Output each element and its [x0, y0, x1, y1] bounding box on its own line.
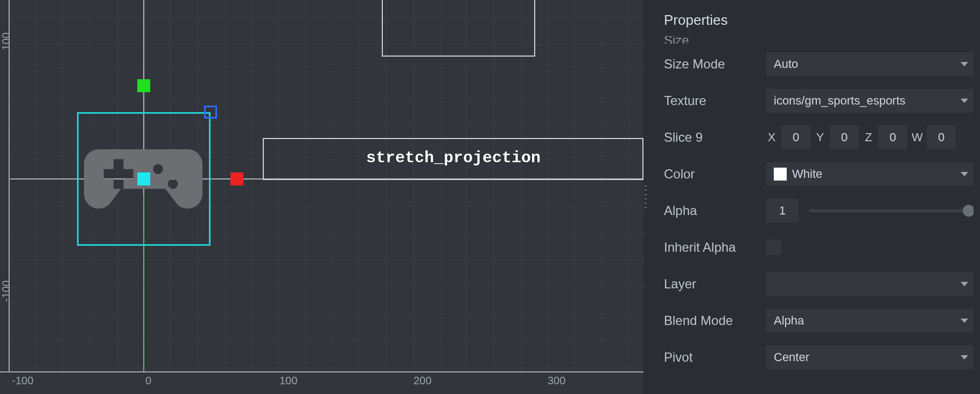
row-slice9: Slice 9 X 0 Y 0 Z 0 W 0 — [664, 119, 974, 156]
axis-label-y: Y — [815, 130, 825, 144]
translate-handle-x[interactable] — [230, 172, 243, 185]
slice9-x-input[interactable]: 0 — [781, 126, 810, 149]
row-size-partial: Size — [664, 36, 974, 44]
label-alpha: Alpha — [664, 203, 766, 218]
chevron-down-icon — [961, 99, 968, 103]
color-swatch — [774, 168, 787, 181]
label-layer: Layer — [664, 277, 766, 292]
slice9-w-input[interactable]: 0 — [927, 126, 956, 149]
row-pivot: Pivot Center — [664, 339, 974, 376]
ruler-vertical: 100 -100 — [0, 0, 10, 371]
chevron-down-icon — [961, 282, 968, 286]
panel-splitter[interactable] — [643, 0, 648, 394]
ruler-horizontal: -100 0 100 200 300 — [0, 371, 643, 394]
properties-panel: Properties Size Size Mode Auto Texture — [648, 0, 980, 394]
ruler-tick: 100 — [279, 372, 297, 387]
axis-label-w: W — [912, 130, 922, 144]
label-slice9: Slice 9 — [664, 130, 766, 145]
editor-canvas[interactable]: stretch_projection 100 -100 -100 0 100 2… — [0, 0, 643, 394]
row-size-mode: Size Mode Auto — [664, 46, 974, 82]
ruler-tick: -100 — [12, 372, 33, 387]
ruler-tick: 100 — [0, 32, 12, 50]
label-inherit-alpha: Inherit Alpha — [664, 240, 766, 255]
axis-label-x: X — [766, 130, 777, 144]
chevron-down-icon — [961, 319, 968, 323]
label-blend-mode: Blend Mode — [664, 313, 766, 328]
node-outline-top[interactable] — [382, 0, 535, 57]
slice9-z-input[interactable]: 0 — [878, 126, 907, 149]
chevron-down-icon — [961, 172, 968, 176]
translate-handle-y[interactable] — [137, 79, 150, 92]
translate-handle-xy[interactable] — [137, 172, 150, 185]
slice9-y-input[interactable]: 0 — [830, 126, 859, 149]
axis-label-z: Z — [863, 130, 874, 144]
row-color: Color White — [664, 156, 974, 192]
chevron-down-icon — [961, 355, 968, 360]
slider-thumb[interactable] — [963, 205, 974, 217]
ruler-tick: 300 — [548, 372, 565, 387]
node-label: stretch_projection — [366, 149, 541, 167]
inherit-alpha-checkbox[interactable] — [766, 240, 781, 255]
row-inherit-alpha: Inherit Alpha — [664, 229, 974, 266]
pivot-select[interactable]: Center — [766, 345, 974, 369]
label-size-mode: Size Mode — [664, 57, 766, 72]
blend-mode-select[interactable]: Alpha — [766, 309, 974, 333]
row-alpha: Alpha 1 — [664, 192, 974, 229]
alpha-slider[interactable] — [809, 209, 974, 212]
panel-title: Properties — [664, 2, 974, 36]
chevron-down-icon — [961, 62, 968, 66]
alpha-input[interactable]: 1 — [766, 199, 799, 223]
ruler-tick: 0 — [145, 372, 151, 387]
row-layer: Layer — [664, 266, 974, 302]
size-mode-select[interactable]: Auto — [766, 52, 974, 76]
ruler-tick: 200 — [414, 372, 431, 387]
row-texture: Texture icons/gm_sports_esports — [664, 82, 974, 119]
color-select[interactable]: White — [766, 162, 974, 186]
ruler-tick: -100 — [0, 280, 12, 302]
resize-handle-corner[interactable] — [204, 106, 217, 119]
row-blend-mode: Blend Mode Alpha — [664, 302, 974, 339]
label-pivot: Pivot — [664, 350, 766, 365]
label-color: Color — [664, 167, 766, 182]
texture-select[interactable]: icons/gm_sports_esports — [766, 89, 974, 113]
layer-select[interactable] — [766, 272, 974, 296]
label-texture: Texture — [664, 93, 766, 108]
